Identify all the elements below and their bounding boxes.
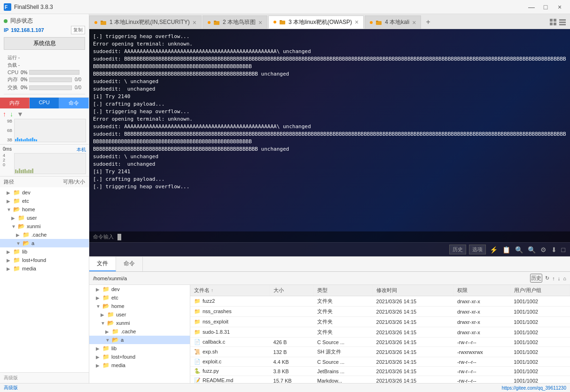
maximize-button[interactable]: □ <box>539 2 552 12</box>
download-icon[interactable]: ↓ <box>558 276 561 281</box>
running-label: 运行 - <box>8 54 20 61</box>
tree-item-user[interactable]: ▶📁user <box>0 214 89 222</box>
ip-row: IP 192.168.1.107 复制 <box>4 25 85 35</box>
tab-dot-4 <box>370 21 373 24</box>
filepanel-tree-item-a[interactable]: ▼📂a <box>89 336 190 344</box>
history-path-button[interactable]: 历史 <box>530 274 542 283</box>
close-button[interactable]: × <box>553 2 566 12</box>
cell-perm-0: drwxr-xr-x <box>453 296 510 307</box>
download-terminal-icon[interactable]: ⬇ <box>550 245 558 254</box>
tree-item-.cache[interactable]: ▶📁.cache <box>0 231 89 239</box>
cell-size-5: 132 B <box>270 347 313 357</box>
settings-terminal-icon[interactable]: ⚙ <box>539 245 547 254</box>
col-owner[interactable]: 用户/用户组 <box>510 285 570 296</box>
lightning-icon[interactable]: ⚡ <box>489 245 499 254</box>
add-tab-button[interactable]: + <box>422 15 434 29</box>
tree-item-etc[interactable]: ▶📁etc <box>0 197 89 205</box>
copy-terminal-icon[interactable]: 📋 <box>501 245 511 254</box>
table-row[interactable]: 📜exp.sh132 BSH 源文件2021/03/26 14:15-rwxrw… <box>190 347 570 357</box>
table-row[interactable]: 📁sudo-1.8.31文件夹2021/03/26 14:15drwxr-xr-… <box>190 327 570 338</box>
table-row[interactable]: 📝README.md15.7 KBMarkdow...2021/03/26 14… <box>190 376 570 384</box>
col-mtime[interactable]: 修改时间 <box>373 285 453 296</box>
filepanel-tree-item-.cache[interactable]: ▶📁.cache <box>89 327 190 336</box>
upload-icon[interactable]: ↑ <box>552 276 555 281</box>
table-row[interactable]: 📁nss_crashes文件夹2021/03/26 14:15drwxr-xr-… <box>190 307 570 317</box>
bottom-tab-file[interactable]: 文件 <box>89 257 116 271</box>
col-type[interactable]: 类型 <box>313 285 373 296</box>
table-row[interactable]: 📁nss_exploit文件夹2021/03/26 14:15drwxr-xr-… <box>190 317 570 327</box>
cell-size-7: 3.8 KB <box>270 367 313 376</box>
tab-1[interactable]: 1 本地Linux靶机(IN,SECURITY) × <box>89 15 202 29</box>
tree-item-home[interactable]: ▼📂home <box>0 205 89 214</box>
tree-item-lost+found[interactable]: ▶📁lost+found <box>0 256 89 264</box>
status-label: 同步状态 <box>10 17 33 25</box>
tree-item-xunmi[interactable]: ▼📂xunmi <box>0 222 89 231</box>
cell-mtime-6: 2021/03/26 14:15 <box>373 357 453 367</box>
sidebar-tab-memory[interactable]: 内存 <box>0 98 30 108</box>
expand-icon-xunmi: ▼ <box>11 224 16 229</box>
svg-rect-8 <box>376 21 382 25</box>
col-size[interactable]: 大小 <box>270 285 313 296</box>
search-terminal-icon[interactable]: 🔍 <box>514 245 524 254</box>
bottom-tab-command[interactable]: 命令 <box>116 257 143 271</box>
neutral-arrow-icon: ▼ <box>17 110 23 118</box>
minimize-button[interactable]: — <box>525 2 538 12</box>
cell-mtime-7: 2021/03/26 14:15 <box>373 367 453 376</box>
table-row[interactable]: 📄callback.c426 BC Source ...2021/03/26 1… <box>190 338 570 347</box>
grid-view-button[interactable] <box>546 15 570 29</box>
refresh-icon[interactable]: ↻ <box>545 275 549 281</box>
lat-bar <box>21 170 22 173</box>
table-row[interactable]: 📄exploit.c4.4 KBC Source ...2021/03/26 1… <box>190 357 570 367</box>
titlebar-controls: — □ × <box>525 2 566 12</box>
fullscreen-icon[interactable]: □ <box>561 245 566 254</box>
folder-icon-etc: 📁 <box>13 198 20 204</box>
file-tree-panel[interactable]: ▶📁dev▶📁etc▼📂home▶📁user▼📂xunmi▶📁.cache▼📂a… <box>89 285 190 383</box>
tree-item-media[interactable]: ▶📁media <box>0 264 89 273</box>
col-filename[interactable]: 文件名 ↑ <box>190 285 270 296</box>
filepanel-tree-item-etc[interactable]: ▶📁etc <box>89 293 190 302</box>
tab-4[interactable]: 4 本地kali × <box>365 15 421 29</box>
terminal-content[interactable]: [.] triggering heap overflow...Error ope… <box>89 29 570 231</box>
file-icon-5: 📜 <box>194 349 201 354</box>
table-row[interactable]: 📁fuzz2文件夹2021/03/26 14:15drwxr-xr-x1001/… <box>190 296 570 307</box>
tree-item-a[interactable]: ▼📂a <box>0 239 89 247</box>
folder-icon-xunmi: 📂 <box>18 223 25 230</box>
home-icon[interactable]: ⌂ <box>563 276 566 281</box>
tab-4-close[interactable]: × <box>412 19 416 26</box>
cell-perm-5: -rwxrwxrwx <box>453 347 510 357</box>
options-button[interactable]: 选项 <box>469 245 486 254</box>
history-button[interactable]: 历史 <box>449 245 466 254</box>
table-row[interactable]: 🐍fuzz.py3.8 KBJetBrains ...2021/03/26 14… <box>190 367 570 376</box>
tree-item-lib[interactable]: ▶📁lib <box>0 247 89 256</box>
filepanel-tree-item-lib[interactable]: ▶📁lib <box>89 344 190 353</box>
filepanel-tree-item-xunmi[interactable]: ▼📂xunmi <box>89 319 190 327</box>
svg-rect-15 <box>559 22 566 23</box>
sysinfo-button[interactable]: 系统信息 <box>4 37 85 50</box>
cell-owner-4: 1001/1002 <box>510 338 570 347</box>
latency-header: 0ms 本机 <box>3 146 86 153</box>
tab-3-close[interactable]: × <box>355 18 359 26</box>
latency-bars <box>15 154 86 174</box>
file-tree-sidebar[interactable]: ▶📁dev▶📁etc▼📂home▶📁user▼📂xunmi▶📁.cache▼📂a… <box>0 187 89 372</box>
copy-ip-button[interactable]: 复制 <box>71 26 85 34</box>
filepanel-tree-item-media[interactable]: ▶📁media <box>89 361 190 369</box>
tree-item-dev[interactable]: ▶📁dev <box>0 188 89 197</box>
col-perm[interactable]: 权限 <box>453 285 510 296</box>
filepanel-tree-item-lost+found[interactable]: ▶📁lost+found <box>89 353 190 361</box>
tab-2-close[interactable]: × <box>258 19 262 26</box>
file-list-panel[interactable]: 文件名 ↑ 大小 类型 修改时间 权限 用户/用户组 📁fuzz2文件夹2021… <box>190 285 570 383</box>
cpu-label: CPU <box>8 69 21 75</box>
filepanel-tree-item-user[interactable]: ▶📁user <box>89 310 190 319</box>
filepanel-expand-icon-media: ▶ <box>96 363 101 368</box>
tab-1-close[interactable]: × <box>193 19 196 26</box>
sidebar-tab-cpu[interactable]: CPU <box>30 98 59 108</box>
sidebar-tab-command[interactable]: 命令 <box>59 98 89 108</box>
filepanel-tree-item-home[interactable]: ▼📂home <box>89 302 190 310</box>
terminal[interactable]: [.] triggering heap overflow...Error ope… <box>89 29 570 256</box>
tab-2[interactable]: 2 本地鸟班图 × <box>203 15 267 29</box>
sidebar-status: 同步状态 IP 192.168.1.107 复制 系统信息 运行 - 负载 - … <box>0 14 89 98</box>
tree-label-user: user <box>27 215 37 221</box>
zoom-icon[interactable]: 🔍 <box>527 245 537 254</box>
filepanel-tree-item-dev[interactable]: ▶📁dev <box>89 285 190 293</box>
tab-3[interactable]: 3 本地linux靶机(OWASP) × <box>268 15 364 29</box>
